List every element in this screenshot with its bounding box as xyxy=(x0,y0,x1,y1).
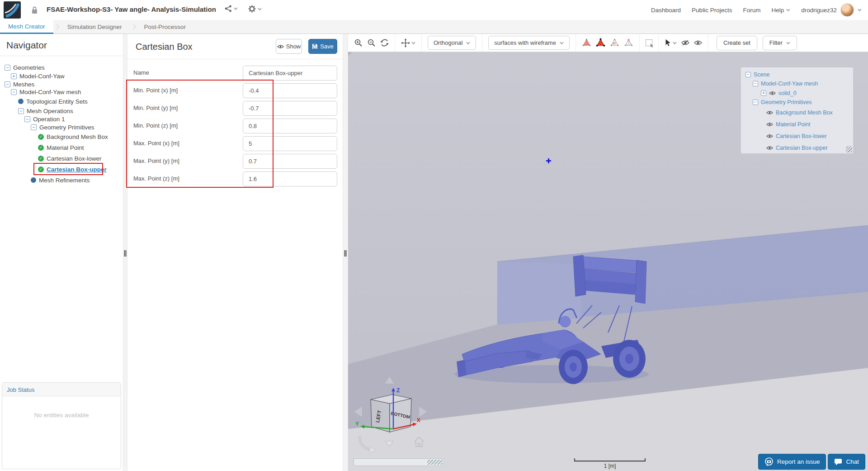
field-label-max-y: Max. Point (y) [m] xyxy=(133,157,179,164)
max-z-field[interactable] xyxy=(243,171,337,186)
collapse-icon[interactable]: − xyxy=(753,100,758,105)
min-x-field[interactable] xyxy=(243,83,337,98)
mesh-quality-volume-icon[interactable] xyxy=(596,38,605,48)
mesh-point-probe-icon[interactable] xyxy=(624,38,633,48)
tab-post-processor[interactable]: Post-Processor xyxy=(136,20,194,33)
visibility-eye-icon[interactable] xyxy=(766,134,773,138)
share-button[interactable] xyxy=(225,5,238,12)
refresh-icon[interactable] xyxy=(380,38,389,47)
free-rotate-arrow xyxy=(360,436,371,450)
scene-node-geometry-primitives[interactable]: − Geometry Primitives xyxy=(741,98,853,107)
scene-node-scene[interactable]: − Scene xyxy=(741,70,853,79)
name-field[interactable] xyxy=(243,66,337,81)
scene-node-material-point[interactable]: Material Point xyxy=(741,119,853,130)
scene-node-solid-0[interactable]: + solid_0 xyxy=(741,88,853,98)
overlay-resize-handle[interactable] xyxy=(846,146,852,152)
navigation-cube-widget[interactable]: LEFT BOTTOM Z X Y xyxy=(348,369,452,457)
report-issue-button[interactable]: Report an issue xyxy=(758,454,826,470)
resizer-grip-icon xyxy=(124,250,127,257)
show-button[interactable]: Show xyxy=(276,39,302,54)
panel-resizer[interactable] xyxy=(123,34,127,471)
avatar[interactable] xyxy=(840,3,854,17)
tab-simulation-designer[interactable]: Simulation Designer xyxy=(59,20,130,33)
rotate-down-arrow xyxy=(385,441,393,447)
mesh-quality-surface-icon[interactable] xyxy=(582,38,591,48)
save-button[interactable]: Save xyxy=(308,39,337,54)
tree-item-geometries[interactable]: − Geometries xyxy=(5,63,45,72)
pan-move-tool[interactable] xyxy=(401,38,415,48)
hide-selected-icon[interactable] xyxy=(681,40,689,46)
rotate-left-arrow xyxy=(355,407,362,416)
collapse-icon[interactable]: − xyxy=(753,81,758,86)
filter-dropdown[interactable]: Filter xyxy=(763,36,797,50)
job-status-empty-text: No entities available xyxy=(2,396,121,419)
tree-item-geometry-primitives[interactable]: − Geometry Primitives xyxy=(31,123,94,132)
visibility-eye-icon[interactable] xyxy=(766,110,773,115)
scene-node-cartesian-box-lower[interactable]: Cartesian Box-lower xyxy=(741,130,853,142)
collapse-icon[interactable]: − xyxy=(5,65,10,71)
user-menu[interactable]: drodriguez32 xyxy=(801,3,862,17)
scene-node-background-mesh-box[interactable]: Background Mesh Box xyxy=(741,107,853,119)
app-header: FSAE-Workshop-S3- Yaw angle- Analysis-Si… xyxy=(0,0,868,20)
scene-node-cartesian-box-upper[interactable]: Cartesian Box-upper xyxy=(741,142,853,154)
tree-item-operation-1[interactable]: − Operation 1 xyxy=(24,114,65,124)
zoom-out-icon[interactable] xyxy=(367,38,376,47)
min-z-field[interactable] xyxy=(243,119,337,133)
tree-item-background-mesh-box[interactable]: ✓ Background Mesh Box xyxy=(38,132,108,141)
max-x-field[interactable] xyxy=(243,136,337,151)
tree-item-cartesian-box-upper[interactable]: ✓ Cartesian Box-upper xyxy=(38,165,107,174)
chevron-down-icon xyxy=(858,9,862,11)
collapse-icon[interactable]: − xyxy=(745,72,751,77)
render-mode-dropdown[interactable]: surfaces with wireframe xyxy=(488,36,570,50)
collapse-icon[interactable]: − xyxy=(5,81,10,87)
tree-item-model-conf-yaw-mesh[interactable]: − Model-Conf-Yaw mesh xyxy=(11,87,81,96)
collapse-icon[interactable]: − xyxy=(31,124,37,130)
tab-separator xyxy=(53,24,59,30)
visibility-eye-icon[interactable] xyxy=(766,122,773,127)
create-set-button[interactable]: Create set xyxy=(717,36,757,50)
collapse-icon[interactable]: − xyxy=(24,116,30,122)
tree-item-mesh-refinements[interactable]: Mesh Refinements xyxy=(31,176,90,185)
navigator-panel: Navigator − Geometries + Model-Conf-Yaw … xyxy=(0,34,123,471)
viewport-canvas[interactable]: − Scene − Model-Conf-Yaw mesh + solid_0 … xyxy=(348,52,868,471)
visibility-eye-icon[interactable] xyxy=(769,91,776,95)
panel-resizer[interactable] xyxy=(343,34,348,471)
nav-dashboard[interactable]: Dashboard xyxy=(651,7,681,14)
zoom-in-icon[interactable] xyxy=(354,38,363,47)
mesh-clip-plane-icon[interactable] xyxy=(610,38,619,48)
collapse-icon[interactable]: − xyxy=(11,89,17,95)
tree-item-topological-entity-sets[interactable]: Topological Entity Sets xyxy=(18,97,88,106)
min-y-field[interactable] xyxy=(243,101,337,116)
tree-item-mesh-operations[interactable]: − Mesh Operations xyxy=(18,106,73,115)
tree-item-material-point[interactable]: ✓ Material Point xyxy=(38,143,84,152)
check-icon: ✓ xyxy=(38,145,44,151)
report-camera-icon xyxy=(764,457,774,466)
visibility-eye-icon[interactable] xyxy=(766,146,773,150)
nav-public-projects[interactable]: Public Projects xyxy=(692,7,732,14)
tree-item-cartesian-box-lower[interactable]: ✓ Cartesian Box-lower xyxy=(38,154,102,163)
projection-dropdown[interactable]: Orthogonal xyxy=(428,36,476,50)
drag-stripes-icon xyxy=(427,460,443,465)
entity-dot-icon xyxy=(18,99,24,104)
select-cursor-tool[interactable] xyxy=(665,39,677,47)
viewport-bottom-bar[interactable] xyxy=(354,458,444,466)
field-label-max-z: Max. Point (z) [m] xyxy=(133,175,179,182)
expand-icon[interactable]: + xyxy=(761,90,766,96)
scene-node-mesh[interactable]: − Model-Conf-Yaw mesh xyxy=(741,79,853,88)
nav-forum[interactable]: Forum xyxy=(743,7,760,14)
box-select-icon[interactable] xyxy=(646,39,652,46)
settings-button[interactable] xyxy=(248,5,262,13)
chat-button[interactable]: Chat xyxy=(828,454,865,470)
chevron-down-icon xyxy=(786,42,790,44)
collapse-icon[interactable]: − xyxy=(18,108,24,114)
simscale-logo[interactable] xyxy=(4,1,21,19)
expand-icon[interactable]: + xyxy=(11,73,17,79)
viewport-corner-grip[interactable] xyxy=(348,52,352,56)
entity-dot-icon xyxy=(31,177,36,183)
home-icon xyxy=(415,437,424,447)
tree-item-model-conf-yaw[interactable]: + Model-Conf-Yaw xyxy=(11,71,65,81)
show-all-icon[interactable] xyxy=(694,40,702,46)
max-y-field[interactable] xyxy=(243,154,337,169)
nav-help[interactable]: Help xyxy=(771,7,790,14)
tab-mesh-creator[interactable]: Mesh Creator xyxy=(0,20,53,34)
